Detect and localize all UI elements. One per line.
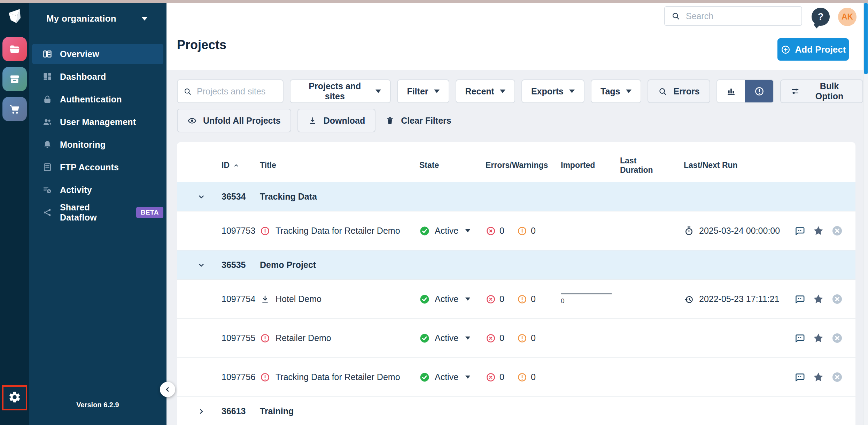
star-icon[interactable]	[813, 371, 824, 383]
table-row: 1097755 Retailer Demo Active 0 0	[177, 319, 855, 358]
errors-view-toggle[interactable]	[745, 80, 773, 102]
state-dropdown[interactable]: Active	[407, 333, 473, 343]
download-button[interactable]: Download	[297, 109, 375, 132]
table-row: 1097754 Hotel Demo Active 0 0	[177, 280, 855, 319]
plus-circle-icon	[781, 45, 791, 55]
star-icon[interactable]	[813, 225, 824, 237]
remove-icon[interactable]	[832, 333, 843, 343]
main-area: ? AK Projects Add Project Projects and s…	[166, 3, 863, 425]
errors-button[interactable]: Errors	[648, 79, 710, 103]
comment-icon[interactable]	[794, 294, 805, 304]
group-title: Demo Project	[250, 260, 855, 270]
comment-icon[interactable]	[794, 333, 805, 343]
project-id: 1097755	[208, 333, 250, 343]
group-row: 36534 Tracking Data	[177, 182, 855, 211]
filter-dropdown[interactable]: Filter	[397, 79, 449, 103]
sidebar-item-overview[interactable]: Overview	[32, 44, 163, 64]
activity-log-icon	[42, 185, 52, 195]
collapse-group-button[interactable]	[177, 193, 208, 201]
sidebar-item-monitoring[interactable]: Monitoring	[32, 134, 163, 155]
comment-icon[interactable]	[794, 372, 805, 382]
error-circle-icon	[260, 226, 270, 236]
sidebar-item-authentication[interactable]: Authentication	[32, 89, 163, 109]
projects-and-sites-dropdown[interactable]: Projects and sites	[290, 79, 391, 103]
org-switcher[interactable]: My organization	[29, 3, 166, 24]
warnings-count-icon	[517, 226, 527, 236]
star-icon[interactable]	[813, 332, 824, 344]
state-dropdown[interactable]: Active	[407, 294, 473, 304]
row-actions	[780, 332, 855, 344]
comment-icon[interactable]	[794, 225, 805, 236]
column-header-last-next-run[interactable]: Last/Next Run	[665, 161, 780, 170]
global-search-input[interactable]	[686, 11, 795, 21]
download-icon	[260, 294, 270, 304]
chevron-down-icon	[197, 193, 206, 201]
column-header-errors-warnings[interactable]: Errors/Warnings	[473, 161, 546, 170]
remove-icon[interactable]	[832, 294, 843, 304]
expand-group-button[interactable]	[177, 407, 208, 416]
view-toggle	[716, 79, 774, 103]
remove-icon[interactable]	[832, 372, 843, 382]
chevron-down-icon	[141, 17, 148, 21]
avatar[interactable]: AK	[838, 8, 857, 26]
sidebar-collapse-button[interactable]	[160, 382, 175, 397]
column-header-imported[interactable]: Imported	[546, 161, 607, 170]
projects-table: ID Title State Errors/Warnings Imported …	[177, 142, 855, 425]
cart-app-icon[interactable]	[2, 97, 27, 121]
vertical-scrollbar[interactable]	[863, 3, 868, 425]
group-id: 36534	[208, 192, 250, 202]
gear-icon[interactable]	[8, 391, 21, 405]
column-header-title[interactable]: Title	[250, 161, 407, 170]
column-header-id[interactable]: ID	[208, 161, 250, 170]
folder-app-icon[interactable]	[2, 37, 27, 61]
last-next-run-cell: 2022-05-23 17:11:21	[665, 294, 780, 304]
star-icon[interactable]	[813, 293, 824, 305]
org-name: My organization	[46, 13, 116, 24]
project-id: 1097754	[208, 294, 250, 304]
tags-dropdown[interactable]: Tags	[591, 79, 641, 103]
state-dropdown[interactable]: Active	[407, 372, 473, 382]
chart-view-toggle[interactable]	[717, 80, 745, 102]
exclamation-circle-icon	[754, 86, 765, 96]
chevron-left-icon	[164, 386, 171, 393]
scrollbar-thumb[interactable]	[864, 3, 868, 74]
sidebar-item-dashboard[interactable]: Dashboard	[32, 67, 163, 87]
trash-icon	[385, 116, 395, 125]
exports-dropdown[interactable]: Exports	[521, 79, 584, 103]
errors-warnings-cell: 0 0	[473, 294, 546, 304]
state-dropdown[interactable]: Active	[407, 226, 473, 236]
sparkline-value: 0	[561, 297, 607, 305]
column-header-state[interactable]: State	[407, 161, 473, 170]
help-button[interactable]: ?	[812, 8, 830, 26]
group-row: 36613 Training	[177, 397, 855, 425]
recent-dropdown[interactable]: Recent	[456, 79, 515, 103]
column-header-last-duration[interactable]: Last Duration	[607, 156, 665, 175]
projects-search	[177, 79, 284, 103]
caret-down-icon	[465, 337, 470, 340]
sidebar-item-ftp-accounts[interactable]: FTP Accounts	[32, 157, 163, 177]
clear-filters-button[interactable]: Clear Filters	[382, 109, 455, 132]
sidebar-item-label: Activity	[60, 185, 92, 195]
archive-app-icon[interactable]	[2, 67, 27, 91]
beta-badge: BETA	[136, 207, 163, 218]
sidebar-item-label: User Management	[60, 117, 136, 127]
sidebar-item-user-management[interactable]: User Management	[32, 112, 163, 132]
caret-down-icon	[626, 90, 631, 93]
bulk-option-button[interactable]: Bulk Option	[780, 79, 863, 103]
sidebar-item-activity[interactable]: Activity	[32, 180, 163, 200]
check-circle-icon	[419, 372, 430, 382]
unfold-all-projects-button[interactable]: Unfold All Projects	[177, 109, 291, 132]
chevron-down-icon	[197, 261, 206, 269]
add-project-button[interactable]: Add Project	[777, 38, 849, 61]
imported-sparkline[interactable]: 0	[546, 293, 607, 305]
projects-search-input[interactable]	[197, 86, 277, 96]
lock-icon	[42, 94, 52, 104]
sliders-icon	[791, 87, 800, 96]
group-id: 36613	[208, 406, 250, 416]
sidebar-item-shared-dataflow[interactable]: Shared Dataflow BETA	[32, 202, 163, 223]
caret-down-icon	[500, 90, 505, 93]
page-header: ? AK Projects Add Project	[166, 3, 863, 70]
remove-icon[interactable]	[832, 225, 843, 236]
collapse-group-button[interactable]	[177, 261, 208, 269]
caret-down-icon	[465, 376, 470, 379]
